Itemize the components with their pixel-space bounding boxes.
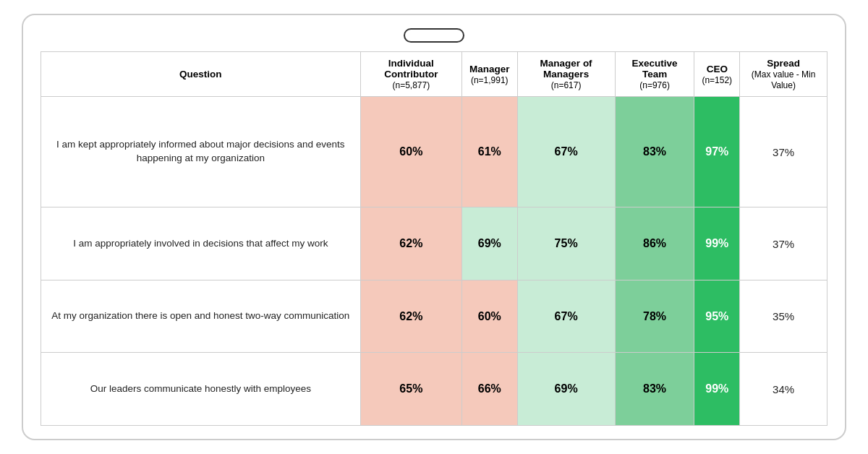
value-cell-1-1: 69% [462, 207, 518, 280]
value-cell-2-1: 60% [462, 280, 518, 353]
value-cell-2-4: 95% [694, 280, 740, 353]
question-cell-3: Our leaders communicate honestly with em… [41, 353, 361, 426]
table-row: I am kept appropriately informed about m… [41, 97, 827, 207]
value-cell-1-2: 75% [517, 207, 615, 280]
value-cell-0-0: 60% [360, 97, 461, 207]
card: QuestionIndividual Contributor(n=5,877)M… [22, 14, 846, 440]
header-2: Manager(n=1,991) [462, 52, 518, 97]
spread-cell-1: 37% [740, 207, 827, 280]
value-cell-0-2: 67% [517, 97, 615, 207]
header-0: Question [41, 52, 361, 97]
value-cell-2-2: 67% [517, 280, 615, 353]
question-cell-1: I am appropriately involved in decisions… [41, 207, 361, 280]
value-cell-3-2: 69% [517, 353, 615, 426]
value-cell-1-3: 86% [615, 207, 694, 280]
data-table: QuestionIndividual Contributor(n=5,877)M… [41, 51, 827, 426]
header-6: Spread(Max value - Min Value) [740, 52, 827, 97]
table-row: Our leaders communicate honestly with em… [41, 353, 827, 426]
question-cell-2: At my organization there is open and hon… [41, 280, 361, 353]
value-cell-3-4: 99% [694, 353, 740, 426]
table-row: I am appropriately involved in decisions… [41, 207, 827, 280]
value-cell-2-3: 78% [615, 280, 694, 353]
value-cell-3-0: 65% [360, 353, 461, 426]
value-cell-0-3: 83% [615, 97, 694, 207]
spread-cell-2: 35% [740, 280, 827, 353]
header-4: Executive Team(n=976) [615, 52, 694, 97]
question-cell-0: I am kept appropriately informed about m… [41, 97, 361, 207]
value-cell-1-4: 99% [694, 207, 740, 280]
table-header-row: QuestionIndividual Contributor(n=5,877)M… [41, 52, 827, 97]
value-cell-0-4: 97% [694, 97, 740, 207]
spread-cell-0: 37% [740, 97, 827, 207]
header-3: Manager of Managers(n=617) [517, 52, 615, 97]
spread-cell-3: 34% [740, 353, 827, 426]
title-wrapper [41, 28, 827, 43]
value-cell-3-3: 83% [615, 353, 694, 426]
value-cell-2-0: 62% [360, 280, 461, 353]
header-1: Individual Contributor(n=5,877) [360, 52, 461, 97]
header-5: CEO(n=152) [694, 52, 740, 97]
title-pill [404, 28, 464, 43]
value-cell-0-1: 61% [462, 97, 518, 207]
table-row: At my organization there is open and hon… [41, 280, 827, 353]
value-cell-1-0: 62% [360, 207, 461, 280]
value-cell-3-1: 66% [462, 353, 518, 426]
